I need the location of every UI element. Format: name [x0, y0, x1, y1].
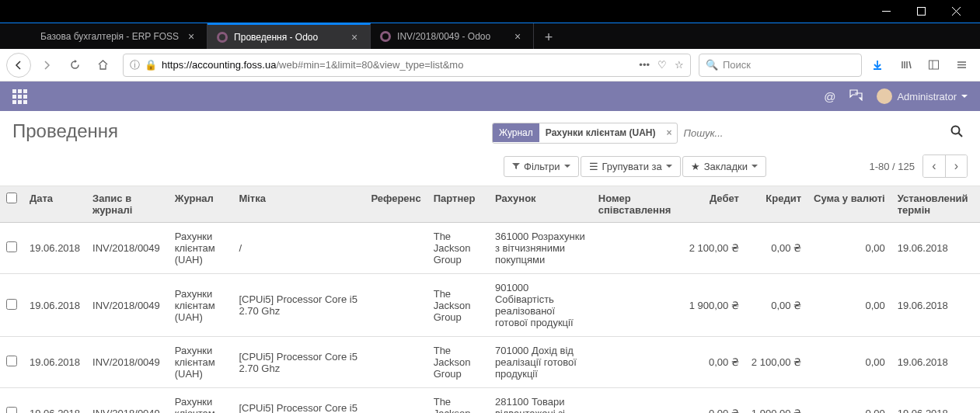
nav-home-button[interactable] [90, 53, 115, 78]
cell-account: 361000 Розрахунки з вітчизняними покупця… [489, 223, 592, 274]
browser-tab-0[interactable]: Базова бухгалтерія - ERP FOSS × [31, 23, 208, 49]
library-icon[interactable] [893, 53, 918, 78]
tab-title: INV/2018/0049 - Odoo [397, 31, 505, 42]
cell-due: 19.06.2018 [891, 388, 980, 414]
col-reference[interactable]: Референс [364, 186, 427, 223]
hamburger-icon[interactable] [949, 53, 974, 78]
table-row[interactable]: 19.06.2018INV/2018/0049Рахунки клієнтам … [0, 337, 980, 388]
url-bar[interactable]: ⓘ 🔒 https://accounting.foss.ua/web#min=1… [123, 54, 691, 77]
cell-date: 19.06.2018 [23, 223, 86, 274]
cell-due: 19.06.2018 [891, 274, 980, 337]
window-minimize[interactable] [869, 1, 904, 23]
chat-icon[interactable] [849, 89, 863, 103]
row-checkbox[interactable] [6, 241, 17, 252]
col-due[interactable]: Установлений термін [891, 186, 980, 223]
new-tab-button[interactable]: + [537, 26, 560, 49]
filters-button[interactable]: Фільтри [504, 156, 579, 177]
search-icon[interactable] [946, 125, 968, 141]
favorites-button[interactable]: ★ Закладки [682, 156, 766, 177]
row-checkbox[interactable] [6, 407, 17, 413]
list-icon: ☰ [589, 161, 598, 172]
cell-journal: Рахунки клієнтам (UAH) [169, 223, 233, 274]
row-checkbox[interactable] [6, 299, 17, 310]
cell-account: 901000 Собівартість реалізованої готової… [489, 274, 592, 337]
col-amount-currency[interactable]: Сума у валюті [807, 186, 891, 223]
search-input[interactable] [678, 122, 946, 144]
window-titlebar [0, 0, 980, 23]
tab-title: Проведення - Odoo [234, 32, 342, 43]
table-row[interactable]: 19.06.2018INV/2018/0049Рахунки клієнтам … [0, 274, 980, 337]
search-view[interactable]: Журнал Рахунки клієнтам (UAH) × [492, 120, 968, 145]
user-menu[interactable]: Administrator [877, 88, 968, 104]
info-icon[interactable]: ⓘ [130, 58, 140, 72]
groupby-button[interactable]: ☰ Групувати за [581, 156, 681, 177]
col-partner[interactable]: Партнер [427, 186, 489, 223]
cell-credit: 1 900,00 ₴ [745, 388, 807, 414]
window-close[interactable] [939, 1, 974, 23]
at-icon[interactable]: @ [824, 90, 835, 103]
sidebar-icon[interactable] [921, 53, 946, 78]
nav-reload-button[interactable] [62, 53, 87, 78]
shield-icon[interactable]: ♡ [657, 59, 667, 71]
cell-account: 701000 Дохід від реалізації готової прод… [489, 337, 592, 388]
nav-back-button[interactable] [6, 53, 31, 78]
bookmark-icon[interactable]: ☆ [675, 59, 684, 71]
cell-reference [364, 274, 427, 337]
col-account[interactable]: Рахунок [489, 186, 592, 223]
downloads-icon[interactable] [865, 53, 890, 78]
pager-next-button[interactable]: › [945, 155, 967, 177]
cell-account: 281100 Товари відвантажені зі складу [489, 388, 592, 414]
close-icon[interactable]: × [185, 30, 197, 43]
close-icon[interactable]: × [348, 31, 361, 43]
svg-point-9 [952, 126, 960, 134]
control-panel: Проведення Журнал Рахунки клієнтам (UAH)… [0, 111, 980, 186]
cell-credit: 2 100,00 ₴ [745, 337, 807, 388]
cell-reference [364, 388, 427, 414]
cell-entry: INV/2018/0049 [86, 274, 169, 337]
filter-icon [512, 161, 520, 172]
col-label[interactable]: Мітка [232, 186, 364, 223]
cell-journal: Рахунки клієнтам (UAH) [169, 388, 233, 414]
star-icon: ★ [691, 161, 700, 172]
apps-icon[interactable] [12, 89, 27, 104]
cell-debit: 1 900,00 ₴ [683, 274, 745, 337]
chevron-down-icon [961, 95, 968, 98]
cell-due: 19.06.2018 [891, 337, 980, 388]
cell-amount-currency: 0,00 [807, 388, 891, 414]
cell-due: 19.06.2018 [891, 223, 980, 274]
cell-reference [364, 223, 427, 274]
close-icon[interactable]: × [511, 30, 524, 43]
browser-search-bar[interactable]: 🔍 Поиск [699, 54, 862, 77]
pager-prev-button[interactable]: ‹ [923, 155, 945, 177]
browser-tab-2[interactable]: INV/2018/0049 - Odoo × [371, 23, 534, 49]
svg-rect-4 [929, 61, 938, 69]
cell-label: / [232, 223, 364, 274]
facet-label: Журнал [493, 123, 539, 142]
browser-tab-1[interactable]: Проведення - Odoo × [208, 23, 371, 49]
cell-journal: Рахунки клієнтам (UAH) [169, 337, 233, 388]
col-matching[interactable]: Номер співставлення [592, 186, 683, 223]
nav-forward-button[interactable] [34, 53, 59, 78]
col-date[interactable]: Дата [23, 186, 86, 223]
tab-title: Базова бухгалтерія - ERP FOSS [40, 31, 179, 42]
more-icon[interactable]: ••• [639, 59, 650, 71]
row-checkbox[interactable] [6, 356, 17, 366]
cell-matching [592, 223, 683, 274]
pager-text[interactable]: 1-80 / 125 [869, 161, 915, 172]
chevron-down-icon [564, 165, 570, 168]
select-all-checkbox[interactable] [6, 193, 17, 203]
col-entry[interactable]: Запис в журналі [86, 186, 169, 223]
facet-remove-icon[interactable]: × [662, 127, 677, 138]
window-maximize[interactable] [904, 1, 939, 23]
cell-label: [CPUi5] Processor Core i5 2.70 Ghz [232, 388, 364, 414]
cell-journal: Рахунки клієнтам (UAH) [169, 274, 233, 337]
col-journal[interactable]: Журнал [169, 186, 233, 223]
browser-tab-bar: Базова бухгалтерія - ERP FOSS × Проведен… [0, 23, 980, 49]
table-row[interactable]: 19.06.2018INV/2018/0049Рахунки клієнтам … [0, 388, 980, 414]
cell-entry: INV/2018/0049 [86, 223, 169, 274]
table-row[interactable]: 19.06.2018INV/2018/0049Рахунки клієнтам … [0, 223, 980, 274]
col-debit[interactable]: Дебет [683, 186, 745, 223]
facet-value: Рахунки клієнтам (UAH) [539, 123, 662, 142]
table-header-row: Дата Запис в журналі Журнал Мітка Рефере… [0, 186, 980, 223]
col-credit[interactable]: Кредит [745, 186, 807, 223]
